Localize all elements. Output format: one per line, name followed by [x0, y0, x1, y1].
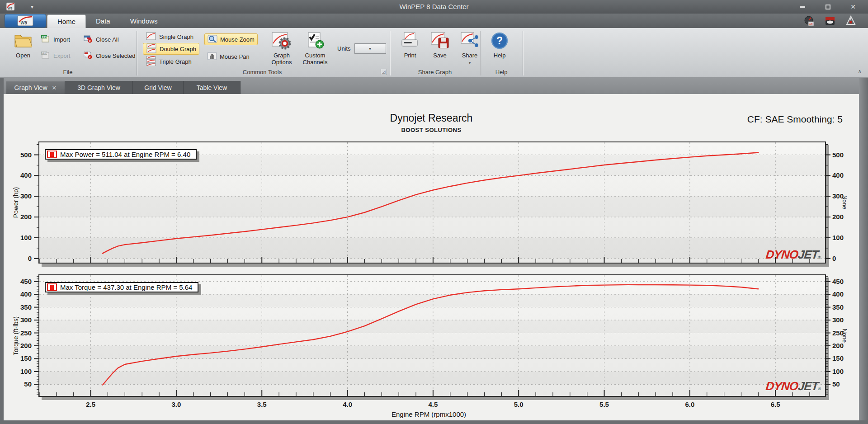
device-icon[interactable] [825, 15, 835, 26]
gauge-icon[interactable]: w8 [804, 15, 815, 26]
status-tray: w8 [804, 15, 856, 26]
tab-3d-graph-view[interactable]: 3D Graph View [65, 81, 133, 94]
legend-swatch-icon [47, 151, 57, 158]
save-button[interactable]: Save [426, 32, 454, 59]
window-frame [859, 78, 868, 424]
y-tick-label: 100 [20, 234, 32, 241]
svg-text:W8: W8 [20, 20, 27, 25]
y-tick-label: 250 [20, 329, 32, 337]
export-button[interactable]: CSV Export [38, 50, 73, 61]
tab-table-view[interactable]: Table View [184, 81, 241, 94]
share-dropdown-icon: ▾ [469, 61, 471, 65]
minimize-button[interactable] [796, 2, 809, 12]
y-tick-label: 300 [20, 316, 32, 324]
close-all-button[interactable]: x Close All [80, 33, 122, 45]
mouse-zoom-button[interactable]: Mouse Zoom [204, 33, 258, 45]
window-title: WinPEP 8 Data Center [0, 3, 868, 10]
svg-text:CSV: CSV [42, 52, 47, 55]
x-tick-label: 5.5 [599, 400, 609, 408]
y-tick-label: 100 [832, 367, 844, 375]
triple-graph-icon [146, 56, 156, 67]
magnifier-icon [208, 34, 217, 45]
svg-text:x: x [89, 56, 91, 59]
double-graph-button[interactable]: Double Graph [143, 43, 199, 55]
ribbon-tab-home[interactable]: Home [47, 14, 86, 28]
y-tick-label: 200 [20, 213, 32, 221]
y-tick-label: 50 [24, 380, 32, 388]
tab-close-icon[interactable]: ✕ [52, 85, 57, 91]
y-tick-label: 400 [832, 290, 844, 298]
print-button[interactable]: Print [396, 32, 424, 59]
y-tick-label: 200 [20, 342, 32, 349]
close-icon: ✕ [850, 3, 856, 10]
chevron-down-icon: ▾ [369, 46, 371, 51]
share-graph-group-label: Share Graph [391, 69, 479, 75]
units-combobox[interactable]: ▾ [354, 43, 386, 54]
torque-legend: Max Torque = 437.30 at Engine RPM = 5.64 [45, 282, 198, 292]
dialog-launcher-icon[interactable]: ◿ [381, 69, 387, 75]
ribbon-tab-data[interactable]: Data [86, 14, 120, 28]
ribbon-tabs: Home Data Windows [47, 14, 168, 28]
y-tick-label: 150 [832, 354, 844, 362]
share-button[interactable]: Share▾ [456, 32, 484, 66]
single-graph-button[interactable]: Single Graph [143, 31, 196, 42]
mouse-pan-button[interactable]: Mouse Pan [204, 51, 252, 62]
close-button[interactable]: ✕ [846, 2, 860, 12]
custom-channels-button[interactable]: CustomChannels [301, 32, 329, 66]
open-button[interactable]: Open [9, 32, 37, 59]
help-group-label: Help [481, 69, 522, 75]
help-button[interactable]: ? Help [486, 32, 514, 59]
close-selected-button[interactable]: x Close Selected [80, 50, 138, 61]
rpm-axis-title: Engine RPM (rpmx1000) [392, 410, 466, 418]
torque-plot[interactable]: Max Torque = 437.30 at Engine RPM = 5.64… [38, 274, 826, 397]
y-tick-label: 500 [832, 151, 844, 159]
x-tick-label: 6.5 [771, 400, 780, 408]
window-frame [0, 420, 868, 424]
save-floppy-icon [426, 32, 454, 51]
power-plot[interactable]: Max Power = 511.04 at Engine RPM = 6.40 … [38, 141, 826, 264]
legend-swatch-icon [47, 283, 57, 291]
ribbon-tab-row: W8 Home Data Windows w8 [0, 14, 868, 28]
y-tick-label: 400 [20, 171, 32, 179]
y-tick-label: 350 [20, 303, 32, 311]
y-tick-label: 450 [20, 278, 32, 285]
dyno-title: Dynojet Research [4, 112, 859, 124]
double-graph-icon [146, 43, 157, 55]
units-label: Units [337, 45, 351, 52]
x-tick-label: 2.5 [86, 400, 95, 408]
svg-text:CSV: CSV [42, 36, 47, 38]
y-tick-label: 300 [832, 316, 844, 324]
x-tick-label: 3.5 [257, 400, 267, 408]
y-tick-label: 300 [20, 192, 32, 200]
torque-axis-title: Torque (ft-lbs) [12, 309, 19, 363]
triple-graph-button[interactable]: Triple Graph [143, 56, 194, 67]
ribbon-collapse-icon[interactable]: ∧ [858, 68, 862, 75]
import-csv-icon: CSV [41, 34, 51, 45]
y-tick-label: 350 [832, 303, 844, 311]
tab-graph-view[interactable]: Graph View✕ [6, 81, 65, 94]
dyno-emblem-icon[interactable] [845, 15, 856, 26]
custom-channels-icon [301, 32, 329, 51]
ribbon-tab-windows[interactable]: Windows [120, 14, 168, 28]
units-field: Units ▾ [337, 43, 386, 54]
graph-options-icon [268, 32, 296, 51]
window-frame [0, 78, 4, 424]
svg-text:w8: w8 [809, 23, 813, 25]
y-tick-label: 0 [832, 254, 836, 262]
y-tick-label: 450 [832, 278, 844, 285]
dyno-subtitle: BOOST SOLUTIONS [4, 127, 859, 133]
application-button[interactable]: W8 [5, 14, 46, 28]
group-separator [523, 31, 524, 75]
y-tick-label: 100 [832, 234, 844, 241]
import-button[interactable]: CSV Import [38, 33, 73, 45]
printer-icon [396, 32, 424, 51]
x-tick-label: 5.0 [514, 400, 524, 408]
tab-grid-view[interactable]: Grid View [133, 81, 184, 94]
maximize-button[interactable] [821, 2, 835, 12]
y-tick-label: 0 [28, 254, 32, 262]
titlebar: W8 ▾ WinPEP 8 Data Center ✕ [0, 0, 868, 14]
hand-icon [207, 52, 217, 62]
power-axis-title: Power (hp) [12, 178, 19, 227]
torque-right-axis-title: None [841, 326, 848, 346]
graph-options-button[interactable]: GraphOptions [268, 32, 296, 66]
